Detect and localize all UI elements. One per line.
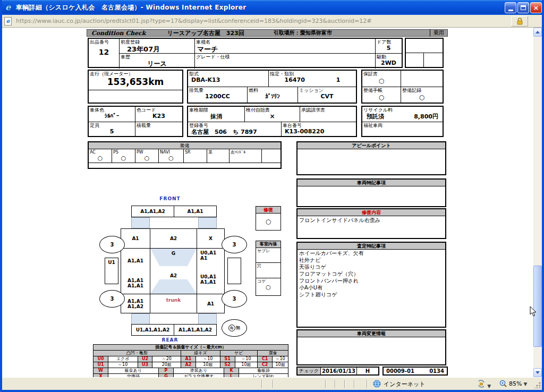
mileage-label: 走行（現メーター） — [89, 71, 182, 76]
left-fender: A1 — [121, 229, 150, 249]
legend-desc: ～10 — [108, 362, 138, 368]
interior-box: 客室内張 ヤブレ 穴 コゲ ○ — [256, 241, 281, 296]
diagram-front-label: FRONT — [157, 196, 183, 201]
protected-mode-control[interactable]: ▼ — [477, 380, 491, 389]
front-bumper: A1,A1,A2 A1,A1 — [131, 206, 217, 217]
damage-legend: 損傷記号＆損傷サイズ（～最大cm） 凸凹・亀裂 線キズ サビ 腐食 U0 エクボ… — [93, 344, 288, 380]
drive-label: 駆動 — [376, 54, 402, 59]
shaken-cell: 車検期限 抹消 — [188, 107, 245, 122]
trunk-cell: trunk — [150, 294, 197, 313]
grade-label: グレード・仕様 — [195, 54, 375, 59]
trunk-label: trunk — [150, 297, 197, 303]
payload-label: 積載量 — [135, 122, 182, 128]
scroll-down-button[interactable] — [533, 368, 542, 377]
vin-label: 車台番号 — [282, 122, 356, 128]
condition-check-logo: Condition Check — [87, 30, 146, 37]
legend-desc: エクボ — [108, 356, 138, 362]
color-label: 車体色 — [89, 107, 135, 113]
lock-button[interactable] — [511, 16, 528, 27]
right-front-door: U0,A1 A1 — [197, 249, 224, 272]
model-code-label: 型式 — [188, 71, 268, 76]
legend-group-corrosion: 腐食 — [258, 351, 288, 356]
left-rear-door: A1,A1 A1,A1 — [121, 272, 150, 294]
roof-cell: A2 — [150, 272, 197, 294]
model-code-cell: 型式 DBA-K13 — [188, 71, 269, 87]
equip-mark-ps: ○ — [112, 155, 135, 161]
front-right-corner — [198, 217, 217, 228]
windshield-code: G — [150, 251, 197, 256]
vertical-scrollbar[interactable] — [533, 28, 542, 377]
right-sill — [227, 258, 241, 284]
history-label: 車歴 — [120, 54, 194, 59]
history: リース — [120, 59, 194, 69]
vin-cell: 車台番号 K13-008220 — [282, 122, 356, 136]
repair-mark-box: 修復 ○ — [256, 206, 281, 231]
diagram-rear-label: REAR — [157, 337, 183, 343]
scroll-up-button[interactable] — [533, 28, 542, 37]
rear-bumper: U1,A1,A1,A2 A1,A1,A1,A2 — [131, 324, 217, 336]
check-label: チェック — [298, 368, 321, 374]
record-mark: ○ — [401, 93, 443, 101]
doc-page: 0134 — [429, 368, 444, 374]
padlock-icon — [516, 18, 523, 25]
repair-mark: ○ — [256, 214, 280, 229]
title-bar[interactable]: e 車輌詳細（シスロケ入札会 名古屋会場）- Windows Internet … — [0, 0, 544, 15]
class-cell: 指定・類別 16470 1 — [269, 71, 356, 87]
legend-desc: ～10 — [273, 356, 288, 362]
legend-group-dent: 凸凹・亀裂 — [94, 351, 181, 356]
assessment-panel: 査定特記事項 ホイールカバーキズ、欠有 社外ナビ 天張りコゲ フロアマットコゲ（… — [296, 242, 446, 328]
rear-window-glass — [150, 279, 197, 294]
doors-cell: ドア数 5 — [376, 39, 402, 54]
zoom-caret-icon: ▼ — [523, 381, 527, 387]
book-label: 整備手帳 — [362, 87, 401, 93]
equip-label-sr: SR — [184, 149, 207, 155]
url-field[interactable]: https://www.iauc.co.jp/auction/predtslct… — [16, 18, 494, 24]
assessment-line: フロアマットコゲ（穴） — [298, 270, 445, 277]
minimize-button[interactable] — [505, 2, 516, 13]
rear-right-corner — [198, 313, 217, 325]
left-front-door: A1,A1 — [121, 249, 150, 272]
plate-cell: 登録番号 名古屋 506 ち 7897 — [188, 122, 282, 136]
right-fender: X — [197, 229, 224, 249]
resize-grip[interactable] — [534, 382, 541, 388]
capacity-cell: 定員 5 — [89, 122, 135, 136]
repair-title: 修復内容 — [298, 209, 445, 216]
plate: 名古屋 506 ち 7897 — [188, 128, 281, 136]
internet-zone-icon — [373, 380, 381, 389]
cc-cell: 排気量 1200CC — [188, 87, 248, 103]
zoom-control[interactable]: 85% ▼ — [499, 380, 527, 388]
jibaiseki-label: 検付自賠責 — [245, 107, 300, 113]
maintenance-box: 保証書 ○ 整備手帳 ○ 整備記録 ○ — [361, 70, 444, 104]
interior-burn-mark: ○ — [256, 284, 280, 291]
repair-text: フロントインサイドパネル右歪み — [298, 216, 445, 225]
rear-bumper-right: A1,A1,A1,A2 — [174, 325, 216, 335]
right-rear-door: U0,A1 A1,A1 — [197, 272, 224, 294]
auction-name: リースアップ名古屋 323回 — [146, 29, 244, 37]
body-color: ｼﾙﾊﾞｰ — [89, 113, 135, 120]
assessment-line: ホイールカバーキズ、欠有 — [298, 250, 445, 257]
ie-logo-icon: e — [3, 3, 13, 12]
left-quarter: A1,A1 A1,A2 — [121, 294, 150, 313]
plate-label: 登録番号 — [188, 122, 281, 128]
mission: CVT — [298, 93, 356, 100]
maximize-button[interactable] — [517, 2, 529, 13]
pickup-location: 引取場所：愛知県弥富市 — [244, 29, 332, 37]
close-button[interactable]: × — [530, 2, 542, 13]
equip-label-leather: 革 — [207, 149, 229, 155]
interior-hole-label: 穴 — [256, 263, 280, 269]
appeal-title: アピールポイント — [298, 142, 445, 149]
info-side-box — [405, 38, 444, 68]
class-a: 16470 — [285, 76, 305, 83]
lot-number-cell: 出品番号 12 — [89, 39, 120, 69]
book-cell: 整備手帳 ○ — [362, 87, 401, 103]
registration-box: 車検期限 抹消 検付自賠責 × 承認請求書 登録番号 名古屋 506 ち 789… — [187, 106, 357, 137]
wheel-rear-right: 3 — [222, 290, 247, 308]
engine-box: 型式 DBA-K13 指定・類別 16470 1 排気量 1200CC 燃料 ｶ… — [187, 70, 357, 104]
model-code: DBA-K13 — [188, 76, 268, 83]
legend-code: U1 — [94, 362, 108, 368]
wheel-rear-left: 3 — [99, 290, 125, 308]
legend-desc: 20超 — [152, 362, 181, 368]
legend-code: A2 — [181, 362, 196, 368]
payload-cell: 積載量 — [135, 122, 182, 136]
repair-mark-title: 修復 — [256, 207, 280, 214]
